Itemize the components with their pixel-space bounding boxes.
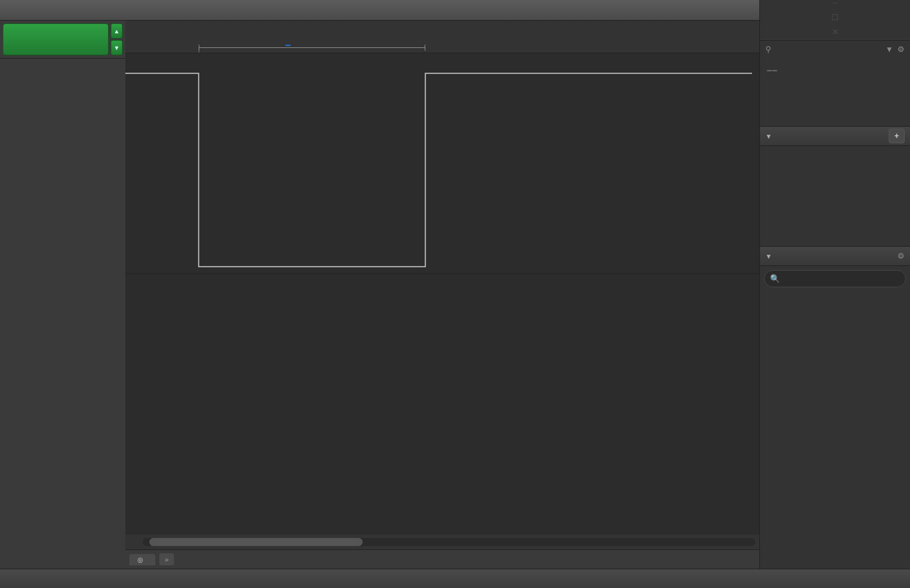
start-up-button[interactable]: ▲ [111, 23, 123, 39]
measurement-bar [199, 47, 425, 48]
decoded-header[interactable]: ▼ ⚙ [760, 246, 910, 266]
statusbar [0, 569, 910, 588]
start-button[interactable] [3, 23, 109, 55]
collapse-icon: ▼ [765, 133, 772, 140]
maximize-button[interactable]: ☐ [825, 10, 845, 25]
waveform-area[interactable]: ◎ » [125, 21, 759, 569]
tab-bar: ◎ » [125, 549, 759, 569]
tab-icon: ◎ [137, 556, 143, 563]
close-button[interactable]: ✕ [825, 25, 845, 39]
analyzers-header[interactable]: ▼ + [760, 126, 910, 146]
dropdown-icon[interactable]: ▼ [885, 45, 893, 54]
tab-more-button[interactable]: » [159, 553, 174, 565]
gear-icon[interactable]: ⚙ [897, 251, 905, 261]
measurement-badge-icon [285, 45, 291, 46]
horizontal-scrollbar[interactable] [125, 535, 759, 549]
titlebar: – ☐ ✕ [0, 0, 910, 21]
channel-sidebar: ▲ ▼ [0, 21, 125, 569]
right-panel: ▼ + ⚲ ▼ ⚙ ▼ + ▼ ⚙ [759, 21, 910, 569]
tab-capture[interactable]: ◎ [129, 554, 155, 565]
measurement-label [285, 45, 294, 46]
search-icon: 🔍 [770, 274, 780, 283]
timing-marker-header[interactable]: ⚲ ▼ ⚙ [760, 41, 910, 58]
timeline-header[interactable] [125, 21, 759, 53]
start-down-button[interactable]: ▼ [111, 40, 123, 55]
pin-icon: ⚲ [765, 45, 771, 54]
channel-0-waveform [125, 53, 759, 273]
gear-icon[interactable]: ⚙ [897, 45, 905, 54]
collapse-icon: ▼ [765, 253, 772, 260]
scroll-thumb[interactable] [149, 538, 363, 546]
search-protocols-input[interactable] [764, 270, 906, 287]
channel-0-strip[interactable] [125, 53, 759, 274]
annotation-body [760, 58, 910, 79]
add-analyzer-button[interactable]: + [889, 129, 905, 143]
minimize-button[interactable]: – [825, 0, 845, 10]
